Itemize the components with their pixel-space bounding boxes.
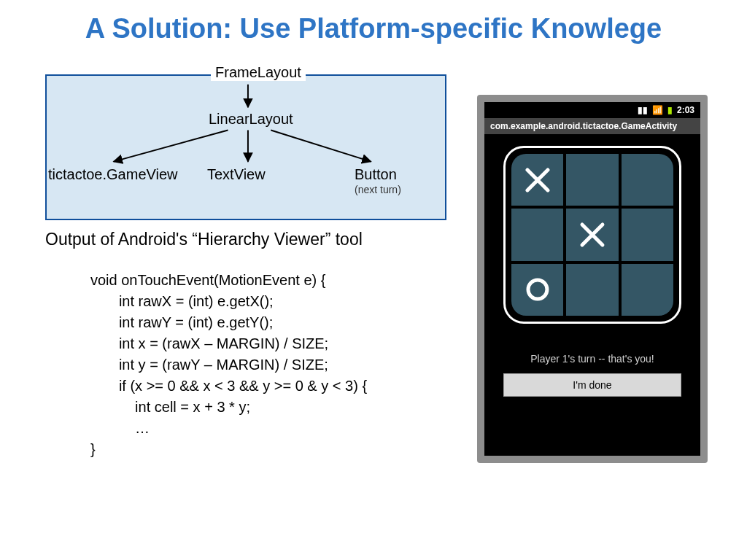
slide-title: A Solution: Use Platform-specific Knowle… (0, 13, 747, 44)
svg-line-3 (271, 130, 371, 161)
node-gameview: tictactoe.GameView (48, 166, 178, 183)
activity-title: com.example.android.tictactoe.GameActivi… (490, 121, 677, 131)
cell-2-2[interactable] (622, 264, 673, 316)
node-textview: TextView (207, 166, 266, 183)
cell-1-0[interactable] (511, 209, 563, 260)
status-bar: ▮▮ 📶 ▮ 2:03 (484, 102, 700, 118)
network-icon: ▮▮ (638, 105, 648, 115)
cell-0-1[interactable] (566, 154, 618, 206)
cell-2-1[interactable] (566, 264, 618, 316)
cell-1-2[interactable] (622, 209, 673, 260)
signal-icon: 📶 (652, 105, 663, 115)
activity-title-bar: com.example.android.tictactoe.GameActivi… (484, 118, 700, 134)
x-icon (578, 220, 607, 249)
svg-line-1 (114, 130, 228, 161)
turn-label: Player 1's turn -- that's you! (484, 353, 700, 365)
svg-point-4 (528, 280, 547, 299)
status-time: 2:03 (677, 105, 694, 115)
cell-0-2[interactable] (622, 154, 673, 206)
node-button-sub: (next turn) (355, 184, 401, 195)
cell-0-0[interactable] (511, 154, 563, 206)
done-button[interactable]: I'm done (503, 373, 681, 397)
cell-1-1[interactable] (566, 209, 618, 260)
node-button: Button (355, 166, 397, 183)
phone-frame: ▮▮ 📶 ▮ 2:03 com.example.android.tictacto… (477, 95, 708, 463)
x-icon (523, 166, 552, 195)
tictactoe-board (503, 146, 681, 324)
hierarchy-caption: Output of Android's “Hierarchy Viewer” t… (45, 230, 363, 249)
node-linearlayout: LinearLayout (209, 111, 293, 128)
phone-screen: ▮▮ 📶 ▮ 2:03 com.example.android.tictacto… (484, 102, 700, 456)
hierarchy-diagram: FrameLayout LinearLayout tictactoe.GameV… (45, 74, 446, 220)
node-framelayout: FrameLayout (211, 64, 306, 81)
o-icon (523, 275, 552, 304)
cell-2-0[interactable] (511, 264, 563, 316)
code-snippet: void onTouchEvent(MotionEvent e) { int r… (90, 270, 367, 460)
battery-icon: ▮ (667, 105, 673, 115)
